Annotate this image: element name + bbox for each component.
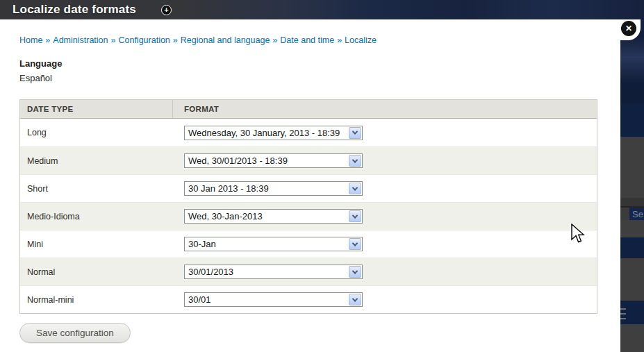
format-select-value: 30/01/2013: [185, 267, 349, 277]
clipped-text-line: [620, 313, 626, 315]
background-navy-band: [620, 301, 644, 324]
page-title: Localize date formats: [13, 3, 136, 17]
breadcrumb-separator: »: [337, 35, 342, 45]
breadcrumb-link-administration[interactable]: Administration: [53, 35, 108, 45]
table-row-medium: Medium Wed, 30/01/2013 - 18:39: [20, 146, 597, 174]
table-header-row: DATE TYPE FORMAT: [20, 100, 597, 119]
date-formats-table: DATE TYPE FORMAT Long Wednesday, 30 Janu…: [19, 99, 597, 314]
background-search-button: Se: [629, 208, 644, 221]
date-type-label: Normal-mini: [20, 295, 173, 305]
column-header-format: FORMAT: [173, 100, 597, 118]
date-type-label: Medium: [20, 156, 173, 166]
format-select-short[interactable]: 30 Jan 2013 - 18:39: [184, 181, 363, 196]
chevron-down-icon[interactable]: [349, 155, 361, 167]
background-navy-band: [620, 237, 644, 258]
breadcrumb-separator: »: [45, 35, 50, 45]
chevron-down-icon[interactable]: [349, 210, 361, 222]
background-gray-band: [620, 137, 644, 198]
background-navy-band: [620, 104, 644, 137]
date-type-label: Normal: [20, 267, 173, 277]
overlay-titlebar: Localize date formats +: [0, 0, 644, 19]
chevron-down-icon[interactable]: [349, 266, 361, 278]
date-type-label: Long: [20, 128, 173, 137]
open-in-window-icon[interactable]: +: [161, 5, 172, 15]
breadcrumb-link-configuration[interactable]: Configuration: [118, 35, 170, 45]
breadcrumb-link-date-time[interactable]: Date and time: [280, 35, 334, 45]
language-label: Language: [19, 58, 62, 69]
format-select-medio-idioma[interactable]: Wed, 30-Jan-2013: [184, 209, 363, 224]
background-divider-band: [620, 198, 644, 206]
localize-date-formats-page: { "overlay": { "title": "Localize date f…: [0, 0, 644, 352]
breadcrumb: Home»Administration»Configuration»Region…: [19, 35, 377, 45]
breadcrumb-separator: »: [111, 35, 116, 45]
format-select-value: Wednesday, 30 January, 2013 - 18:39: [185, 128, 349, 138]
date-type-label: Medio-Idioma: [20, 212, 173, 221]
format-select-mini[interactable]: 30-Jan: [184, 237, 363, 251]
format-select-value: 30/01: [185, 294, 349, 305]
chevron-down-icon[interactable]: [349, 294, 361, 305]
background-gray-band: [620, 324, 644, 352]
chevron-down-icon[interactable]: [349, 183, 361, 194]
format-select-medium[interactable]: Wed, 30/01/2013 - 18:39: [184, 153, 363, 168]
table-row-long: Long Wednesday, 30 January, 2013 - 18:39: [20, 119, 597, 146]
close-icon[interactable]: ✕: [621, 21, 636, 36]
table-row-normal-mini: Normal-mini 30/01: [20, 285, 597, 313]
table-row-short: Short 30 Jan 2013 - 18:39: [20, 174, 597, 202]
date-type-label: Short: [20, 184, 173, 194]
language-value: Español: [19, 73, 52, 83]
format-select-value: Wed, 30-Jan-2013: [185, 211, 349, 221]
table-row-normal: Normal 30/01/2013: [20, 258, 597, 285]
chevron-down-icon[interactable]: [349, 238, 361, 250]
breadcrumb-link-localize[interactable]: Localize: [345, 35, 377, 45]
clipped-text-line: [620, 318, 626, 319]
breadcrumb-separator: »: [173, 35, 178, 45]
column-header-date-type: DATE TYPE: [20, 100, 173, 118]
breadcrumb-link-home[interactable]: Home: [19, 35, 42, 45]
table-row-mini: Mini 30-Jan: [20, 230, 597, 258]
format-select-value: 30-Jan: [185, 239, 349, 249]
background-gray-band: [620, 220, 644, 237]
breadcrumb-link-regional-language[interactable]: Regional and language: [181, 35, 270, 45]
breadcrumb-separator: »: [272, 35, 277, 45]
background-search-bar: Se: [620, 206, 644, 220]
table-row-medio-idioma: Medio-Idioma Wed, 30-Jan-2013: [20, 202, 597, 230]
date-type-label: Mini: [20, 240, 173, 249]
save-configuration-button[interactable]: Save configuration: [19, 323, 131, 343]
format-select-value: Wed, 30/01/2013 - 18:39: [185, 156, 349, 166]
overlay-close-tab: ✕: [595, 19, 641, 40]
background-gray-band: [620, 258, 644, 301]
overlay-content-panel: Home»Administration»Configuration»Region…: [0, 19, 620, 352]
format-select-long[interactable]: Wednesday, 30 January, 2013 - 18:39: [184, 126, 363, 140]
format-select-value: 30 Jan 2013 - 18:39: [185, 183, 349, 194]
format-select-normal-mini[interactable]: 30/01: [184, 292, 363, 307]
format-select-normal[interactable]: 30/01/2013: [184, 265, 363, 279]
chevron-down-icon[interactable]: [349, 127, 361, 139]
dimmed-background-page: Se: [620, 0, 644, 352]
clipped-text-line: [620, 308, 626, 310]
